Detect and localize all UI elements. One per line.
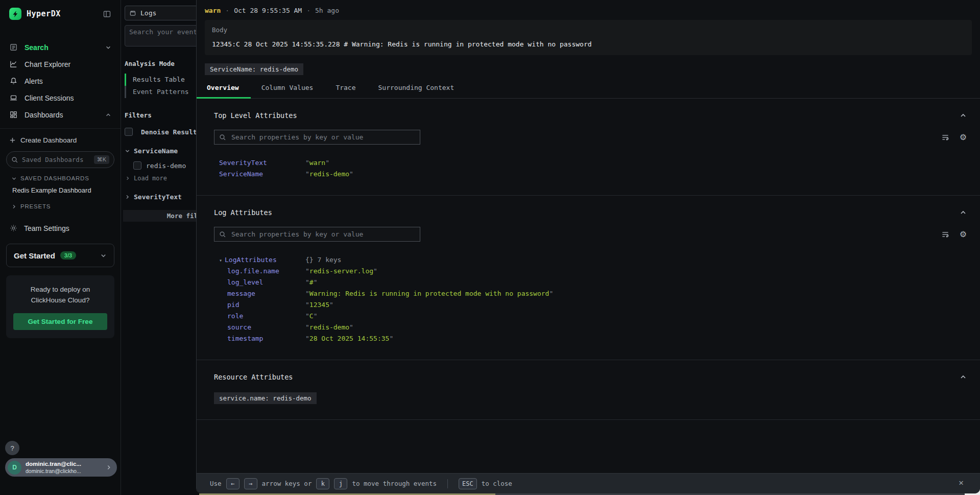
- attribute-row[interactable]: pid 12345: [214, 299, 967, 311]
- tab-trace[interactable]: Trace: [336, 84, 355, 98]
- get-started-free-button[interactable]: Get Started for Free: [13, 313, 107, 330]
- filters-heading: Filters: [125, 111, 196, 119]
- attribute-key: ServiceName: [219, 170, 263, 178]
- braces-icon: {}: [305, 256, 314, 264]
- attribute-row[interactable]: timestamp 28 Oct 2025 14:55:35: [214, 333, 967, 344]
- section-title: Log Attributes: [214, 208, 272, 217]
- attribute-row[interactable]: log.file.name redis-server.log: [214, 266, 967, 277]
- filter-value-redis-demo: redis-demo: [133, 161, 196, 170]
- team-settings-button[interactable]: Team Settings: [0, 224, 121, 232]
- user-account-button[interactable]: D dominic.tran@clic... dominic.tran@clic…: [5, 458, 117, 477]
- get-started-toggle[interactable]: Get Started 3/3: [6, 244, 114, 267]
- properties-search-input[interactable]: [230, 230, 415, 239]
- filter-group-servicename[interactable]: ServiceName: [125, 147, 196, 155]
- chart-icon: [9, 60, 18, 68]
- top-level-attributes-section: Top Level Attributes ⚙: [197, 99, 980, 196]
- nav-item-chart-explorer[interactable]: Chart Explorer: [0, 56, 121, 73]
- body-label: Body: [212, 26, 965, 34]
- load-more-button[interactable]: Load more: [125, 175, 196, 182]
- chevron-right-icon: [106, 464, 112, 470]
- attribute-value: redis-demo: [305, 169, 353, 180]
- nav-label: Search: [25, 43, 49, 52]
- nav-item-dashboards[interactable]: Dashboards: [0, 106, 121, 123]
- nav-label: Dashboards: [25, 111, 63, 119]
- help-button[interactable]: ?: [5, 441, 19, 455]
- sidebar-item-redis-dashboard[interactable]: Redis Example Dashboard: [0, 182, 121, 196]
- search-icon: [219, 134, 226, 141]
- denoise-checkbox[interactable]: [125, 128, 133, 136]
- events-search-input[interactable]: [125, 25, 196, 46]
- j-key: j: [334, 478, 347, 489]
- attribute-row[interactable]: role C: [214, 311, 967, 322]
- logo-row: HyperDX: [0, 0, 121, 28]
- nav-label: Chart Explorer: [25, 60, 70, 68]
- attribute-row[interactable]: message Warning: Redis is running in pro…: [214, 288, 967, 299]
- clickhouse-promo-card: Ready to deploy on ClickHouse Cloud? Get…: [6, 275, 114, 338]
- analysis-mode-list: Results Table Event Patterns: [125, 74, 196, 98]
- chevron-down-icon: [100, 252, 107, 259]
- attribute-key: SeverityText: [219, 159, 267, 167]
- analysis-mode-results-table[interactable]: Results Table: [125, 74, 196, 86]
- collapse-section-icon[interactable]: [960, 112, 967, 119]
- bell-icon: [9, 77, 18, 85]
- line-wrap-icon[interactable]: [941, 133, 949, 142]
- attribute-row[interactable]: source redis-demo: [214, 322, 967, 333]
- properties-search-input[interactable]: [230, 133, 415, 142]
- gear-icon[interactable]: ⚙: [960, 133, 967, 142]
- sidebar: HyperDX Search Chart Explorer Alerts Cli: [0, 0, 121, 495]
- service-name-resource-tag[interactable]: service.name: redis-demo: [214, 392, 317, 404]
- presets-heading[interactable]: PRESETS: [0, 196, 121, 210]
- event-tabs: Overview Column Values Trace Surrounding…: [197, 84, 980, 99]
- service-name-tag[interactable]: ServiceName: redis-demo: [205, 63, 303, 75]
- redis-demo-checkbox[interactable]: [133, 161, 141, 170]
- nav-label: Client Sessions: [25, 94, 74, 102]
- source-selector[interactable]: Logs: [125, 6, 196, 20]
- nav-item-alerts[interactable]: Alerts: [0, 73, 121, 89]
- attribute-row[interactable]: log_level #: [214, 277, 967, 288]
- gear-icon[interactable]: ⚙: [960, 230, 967, 239]
- saved-dashboards-search[interactable]: Saved Dashboards ⌘K: [6, 151, 114, 168]
- tab-surrounding-context[interactable]: Surrounding Context: [378, 84, 455, 98]
- attribute-row[interactable]: ServiceName redis-demo: [214, 169, 967, 180]
- attribute-key: LogAttributes: [225, 256, 277, 264]
- tab-overview[interactable]: Overview: [207, 84, 239, 98]
- more-filters-button[interactable]: More filters: [123, 210, 196, 222]
- create-dashboard-button[interactable]: Create Dashboard: [0, 129, 121, 149]
- event-header: warn · Oct 28 9:55:35 AM · 5h ago: [197, 0, 980, 14]
- search-placeholder: Saved Dashboards: [22, 156, 83, 163]
- event-details-body: warn · Oct 28 9:55:35 AM · 5h ago Body 1…: [197, 0, 980, 473]
- chevron-right-icon: [125, 176, 130, 181]
- properties-search: [214, 130, 420, 145]
- tab-column-values[interactable]: Column Values: [261, 84, 314, 98]
- caret-down-icon: ▾: [219, 257, 222, 263]
- analysis-mode-event-patterns[interactable]: Event Patterns: [125, 86, 196, 98]
- attribute-value: #: [305, 277, 317, 288]
- divider: [447, 479, 448, 488]
- denoise-results-row: Denoise Results: [125, 128, 196, 136]
- attribute-key: pid: [227, 301, 239, 309]
- resource-attributes-section: Resource Attributes service.name: redis-…: [197, 360, 980, 420]
- close-icon[interactable]: ✕: [959, 479, 964, 487]
- collapse-section-icon[interactable]: [960, 373, 967, 381]
- nav-item-client-sessions[interactable]: Client Sessions: [0, 89, 121, 106]
- analysis-mode-heading: Analysis Mode: [125, 60, 196, 67]
- nav-item-search[interactable]: Search: [0, 39, 121, 56]
- user-name: dominic.tran@clic...: [26, 461, 81, 468]
- attribute-key: log_level: [227, 278, 263, 286]
- event-details-panel: warn · Oct 28 9:55:35 AM · 5h ago Body 1…: [196, 0, 980, 493]
- collapse-sidebar-icon[interactable]: [103, 10, 111, 18]
- log-attributes-root-row[interactable]: ▾LogAttributes {} 7 keys: [214, 254, 967, 266]
- attribute-row[interactable]: SeverityText warn: [214, 157, 967, 169]
- attribute-value: redis-server.log: [305, 266, 377, 277]
- chevron-down-icon: [11, 176, 17, 181]
- attribute-key: log.file.name: [227, 267, 279, 275]
- saved-dashboards-heading[interactable]: SAVED DASHBOARDS: [0, 168, 121, 182]
- hyperdx-app: HyperDX Search Chart Explorer Alerts Cli: [0, 0, 980, 495]
- user-email: dominic.tran@clickho...: [26, 468, 81, 475]
- attribute-value: Warning: Redis is running in protected m…: [305, 288, 553, 299]
- collapse-section-icon[interactable]: [960, 209, 967, 216]
- filter-group-severitytext[interactable]: SeverityText: [125, 193, 196, 201]
- line-wrap-icon[interactable]: [941, 230, 949, 239]
- attribute-value: 28 Oct 2025 14:55:35: [305, 333, 393, 344]
- event-timestamp: Oct 28 9:55:35 AM: [234, 7, 302, 14]
